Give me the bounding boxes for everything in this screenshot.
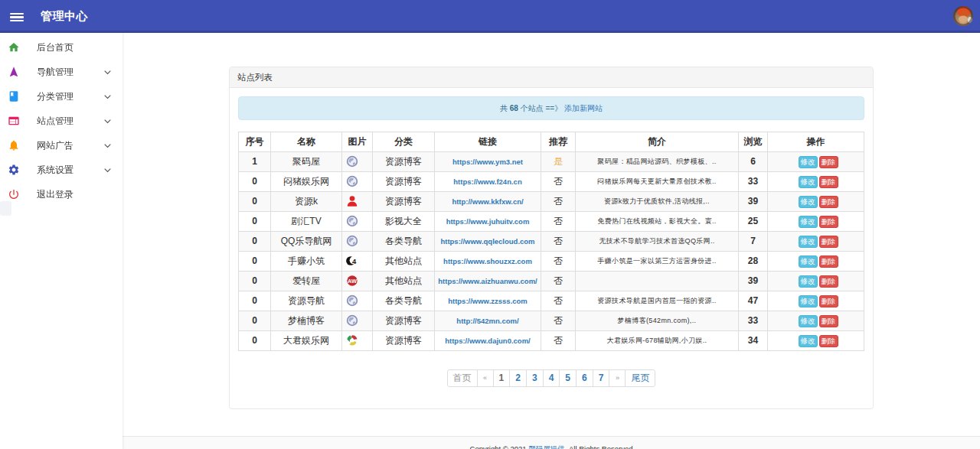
- edit-button[interactable]: 修改: [799, 295, 818, 307]
- page-link[interactable]: 1: [493, 369, 511, 387]
- page-link[interactable]: 尾页: [625, 369, 655, 387]
- site-link[interactable]: https://www.shouzxz.com: [443, 257, 532, 265]
- delete-button[interactable]: 删除: [819, 196, 838, 208]
- page-item-尾页[interactable]: 尾页: [626, 369, 655, 387]
- cell-link: http://542mn.com/: [435, 311, 541, 331]
- add-site-link[interactable]: 添加新网站: [564, 104, 603, 112]
- cell-name: 资源导航: [271, 291, 342, 311]
- sidebar-item-category[interactable]: 分类管理: [0, 84, 122, 109]
- site-count-text: 共 68 个站点 ==》: [500, 104, 564, 112]
- edit-button[interactable]: 修改: [799, 236, 818, 248]
- sidebar-item-home[interactable]: 后台首页: [0, 35, 122, 60]
- table-row: 0剧汇TV影视大全https://www.juhuitv.com否免费热门在线视…: [239, 212, 864, 232]
- edit-button[interactable]: 修改: [799, 176, 818, 188]
- page-item-6[interactable]: 6: [577, 369, 593, 387]
- page-item-7[interactable]: 7: [593, 369, 610, 387]
- cell-order: 0: [239, 212, 271, 232]
- cell-recommended: 否: [541, 192, 576, 212]
- favicon-aw-icon: AW: [346, 275, 358, 287]
- site-link[interactable]: https://www.zzsss.com: [448, 297, 528, 305]
- site-link[interactable]: https://www.juhuitv.com: [446, 217, 530, 226]
- site-link[interactable]: https://www.f24n.cn: [453, 177, 521, 186]
- cell-actions: 修改删除: [768, 291, 864, 311]
- edit-button[interactable]: 修改: [799, 196, 818, 208]
- copyright-text: Copyright © 2021: [470, 444, 529, 449]
- page-item-3[interactable]: 3: [527, 369, 544, 387]
- edit-button[interactable]: 修改: [799, 275, 818, 288]
- provider-link[interactable]: 聚码屋提供: [528, 444, 565, 449]
- sidebar-collapse-tab[interactable]: [0, 201, 11, 216]
- delete-button[interactable]: 删除: [819, 236, 838, 248]
- avatar[interactable]: [953, 6, 973, 26]
- page-link[interactable]: 5: [559, 369, 577, 387]
- cell-favicon: [342, 212, 373, 232]
- cell-views: 25: [739, 212, 768, 232]
- cell-actions: 修改删除: [768, 172, 864, 192]
- page-link[interactable]: 4: [543, 369, 560, 387]
- cell-category: 各类导航: [373, 232, 435, 252]
- recommended-badge: 否: [554, 216, 563, 226]
- sidebar-item-nav[interactable]: 导航管理: [0, 60, 122, 84]
- edit-button[interactable]: 修改: [799, 156, 818, 168]
- chevron-down-icon: [103, 116, 113, 126]
- page-link[interactable]: 7: [593, 369, 610, 387]
- home-icon: [8, 41, 20, 54]
- site-link[interactable]: https://www.aizhuanwu.com/: [438, 277, 537, 285]
- cell-category: 资源博客: [373, 192, 435, 212]
- page-item-5[interactable]: 5: [560, 369, 577, 387]
- cell-order: 0: [239, 331, 271, 351]
- delete-button[interactable]: 删除: [819, 315, 838, 327]
- chevron-down-icon: [103, 92, 113, 102]
- sidebar-menu: 后台首页导航管理分类管理站点管理网站广告系统设置退出登录: [0, 33, 122, 449]
- cell-recommended: 否: [541, 291, 576, 311]
- delete-button[interactable]: 删除: [819, 156, 838, 168]
- column-header: 链接: [435, 132, 541, 152]
- recommended-badge: 否: [554, 176, 563, 187]
- column-header: 名称: [271, 132, 342, 152]
- page-item-1[interactable]: 1: [494, 369, 511, 387]
- edit-button[interactable]: 修改: [799, 335, 818, 347]
- sidebar-item-ad[interactable]: 网站广告: [0, 133, 122, 158]
- page-link[interactable]: 3: [526, 369, 544, 387]
- footer: Copyright © 2021 聚码屋提供. All Rights Reser…: [122, 436, 980, 449]
- edit-button[interactable]: 修改: [799, 216, 818, 228]
- page-item-»: »: [609, 369, 626, 387]
- cell-favicon: [342, 311, 373, 331]
- svg-text:AW: AW: [348, 278, 357, 285]
- edit-button[interactable]: 修改: [799, 255, 818, 268]
- app-title: 管理中心: [41, 0, 88, 31]
- menu-toggle-icon[interactable]: [10, 13, 24, 22]
- site-link[interactable]: http://www.kkfxw.cn/: [452, 197, 523, 206]
- delete-button[interactable]: 删除: [819, 255, 838, 268]
- cell-name: 梦楠博客: [271, 311, 342, 331]
- delete-button[interactable]: 删除: [819, 176, 838, 188]
- page-item-2[interactable]: 2: [510, 369, 527, 387]
- page-item-4[interactable]: 4: [544, 369, 560, 387]
- site-link[interactable]: https://www.ym3.net: [452, 158, 523, 166]
- cell-link: http://www.kkfxw.cn/: [435, 192, 541, 212]
- cell-favicon: 4: [342, 252, 373, 272]
- cell-name: 资源k: [271, 192, 342, 212]
- cell-views: 47: [739, 291, 768, 311]
- delete-button[interactable]: 删除: [819, 216, 838, 228]
- page-link[interactable]: 6: [576, 369, 593, 387]
- delete-button[interactable]: 删除: [819, 275, 838, 288]
- cell-favicon: [342, 172, 373, 192]
- delete-button[interactable]: 删除: [819, 335, 838, 347]
- edit-button[interactable]: 修改: [799, 315, 818, 327]
- favicon-globe-icon: [346, 175, 358, 187]
- page-link[interactable]: 2: [509, 369, 527, 387]
- site-link[interactable]: https://www.qqlecloud.com: [440, 237, 534, 246]
- sidebar-item-site[interactable]: 站点管理: [0, 109, 122, 133]
- pagination: 首页«1234567»尾页: [238, 369, 864, 387]
- sidebar-item-logout[interactable]: 退出登录: [0, 182, 122, 207]
- sidebar-item-settings[interactable]: 系统设置: [0, 158, 122, 182]
- sidebar-item-label: 退出登录: [37, 188, 74, 201]
- cell-views: 6: [739, 152, 768, 172]
- site-link[interactable]: http://542mn.com/: [456, 317, 518, 325]
- cell-actions: 修改删除: [768, 212, 864, 232]
- cell-link: https://www.dajun0.com/: [435, 331, 541, 351]
- site-link[interactable]: https://www.dajun0.com/: [445, 337, 531, 345]
- delete-button[interactable]: 删除: [819, 295, 838, 307]
- cell-views: 39: [739, 272, 768, 291]
